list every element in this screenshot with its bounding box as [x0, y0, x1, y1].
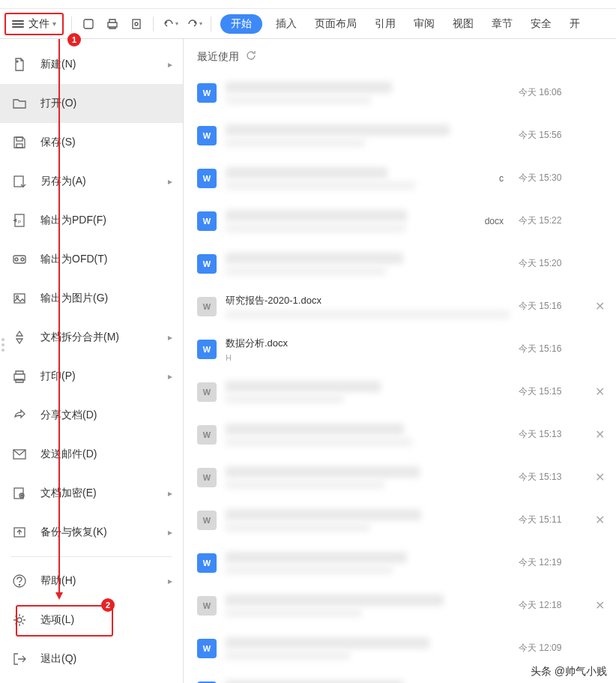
ribbon-tab[interactable]: 审阅 [405, 14, 444, 34]
split-merge-item[interactable]: 文档拆分合并(M)▸ [0, 318, 183, 357]
file-name-label [226, 381, 381, 392]
file-path-label [226, 181, 415, 190]
file-name-label [226, 680, 403, 684]
encrypt-item[interactable]: 文档加密(E)▸ [0, 474, 183, 513]
export-ofd-item[interactable]: 输出为OFD(T) [0, 240, 183, 279]
refresh-icon[interactable] [245, 49, 257, 64]
pdf-icon: P [10, 211, 28, 229]
new-item[interactable]: 新建(N)▸ [0, 45, 183, 84]
ribbon-tab[interactable]: 视图 [444, 14, 483, 34]
ribbon-tab-start[interactable]: 开始 [220, 14, 262, 34]
recent-file-row[interactable]: W研究报告-2020-1.docx今天 15:16✕ [197, 285, 607, 328]
callout-2: 2 [101, 598, 115, 612]
mail-icon [10, 445, 28, 463]
close-icon[interactable]: ✕ [595, 513, 607, 527]
ribbon-tab[interactable]: 开 [561, 14, 589, 34]
recent-file-row[interactable]: W今天 15:20 [197, 242, 607, 285]
menu-item-label: 备份与恢复(K) [40, 526, 107, 539]
doc-icon: W [197, 468, 217, 487]
file-date-label: 今天 15:16 [519, 343, 586, 355]
preview-icon[interactable] [127, 15, 145, 33]
recent-file-row[interactable]: W今天 12:19 [197, 541, 607, 584]
file-date-label: 今天 12:19 [519, 556, 586, 569]
saveas-item[interactable]: 另存为(A)▸ [0, 162, 183, 201]
close-icon[interactable]: ✕ [595, 299, 607, 313]
ribbon-tab[interactable]: 章节 [483, 14, 522, 34]
exit-item[interactable]: 退出(Q) [0, 640, 183, 679]
home-icon[interactable] [79, 15, 97, 33]
word-doc-icon: W [197, 169, 217, 188]
options-item[interactable]: 选项(L) [0, 601, 183, 640]
callout-1: 1 [67, 33, 81, 46]
menu-item-label: 输出为PDF(F) [40, 214, 106, 227]
close-icon[interactable]: ✕ [595, 427, 607, 442]
recent-file-row[interactable]: W今天 12:18✕ [197, 584, 607, 627]
file-menu-panel: 新建(N)▸打开(O)保存(S)另存为(A)▸P输出为PDF(F)输出为OFD(… [0, 39, 184, 683]
export-img-item[interactable]: 输出为图片(G) [0, 279, 183, 318]
save-icon [10, 133, 28, 151]
ribbon-tab[interactable]: 插入 [267, 14, 306, 34]
chevron-right-icon: ▸ [168, 576, 172, 586]
saveas-icon [10, 172, 28, 190]
send-mail-item[interactable]: 发送邮件(D) [0, 435, 183, 474]
doc-icon: W [197, 511, 217, 530]
annotation-arrow-line [58, 39, 60, 594]
recent-file-row[interactable]: W今天 16:06 [197, 71, 607, 114]
menu-item-label: 退出(Q) [40, 652, 76, 666]
recent-file-row[interactable]: W今天 15:13✕ [197, 456, 607, 499]
print-item[interactable]: 打印(P)▸ [0, 357, 183, 396]
print-icon [10, 367, 28, 385]
file-menu-button[interactable]: 文件 ▾ [4, 13, 64, 35]
file-date-label: 今天 15:22 [519, 214, 586, 227]
print-quick-icon[interactable] [103, 15, 121, 33]
recent-file-row[interactable]: W今天 12:09 [197, 627, 607, 670]
img-icon [10, 289, 28, 307]
ofd-icon [10, 250, 28, 268]
ribbon-tab[interactable]: 安全 [522, 14, 561, 34]
recent-file-row[interactable]: Wdocx今天 15:22 [197, 199, 607, 242]
file-date-label: 今天 15:13 [519, 428, 586, 441]
ribbon-tab[interactable]: 引用 [366, 14, 405, 34]
watermark-label: 头条 @帅气小贱 [531, 665, 607, 679]
svg-text:P: P [18, 220, 21, 224]
undo-icon[interactable]: ▾ [161, 15, 179, 33]
lock-icon [10, 484, 28, 502]
backup-item[interactable]: 备份与恢复(K)▸ [0, 513, 183, 552]
recent-file-row[interactable]: W今天 15:15✕ [197, 370, 607, 413]
export-pdf-item[interactable]: P输出为PDF(F) [0, 201, 183, 240]
split-icon [10, 328, 28, 346]
recent-file-row[interactable]: Wc今天 15:30 [197, 157, 607, 199]
svg-rect-0 [84, 19, 93, 28]
menu-item-label: 文档拆分合并(M) [40, 331, 119, 344]
menu-item-label: 输出为图片(G) [40, 292, 108, 305]
folder-icon [10, 94, 28, 112]
svg-point-10 [15, 258, 18, 261]
share-item[interactable]: 分享文档(D) [0, 396, 183, 435]
recent-file-row[interactable]: W数据分析.docxH今天 15:16 [197, 328, 607, 370]
open-item[interactable]: 打开(O) [0, 84, 183, 123]
menu-item-label: 文档加密(E) [40, 487, 97, 500]
close-icon[interactable]: ✕ [595, 385, 607, 399]
chevron-right-icon: ▸ [168, 371, 172, 382]
close-icon[interactable]: ✕ [595, 470, 607, 484]
word-doc-icon: W [197, 254, 217, 274]
file-path-label [226, 395, 344, 403]
redo-icon[interactable]: ▾ [185, 15, 203, 33]
svg-point-13 [16, 296, 19, 298]
side-panel-handle[interactable] [0, 330, 6, 360]
annotation-arrow-head [55, 592, 63, 600]
doc-icon: W [197, 382, 217, 402]
file-path-label [226, 481, 384, 489]
file-plus-icon [10, 55, 28, 73]
chevron-right-icon: ▸ [168, 488, 172, 499]
save-item[interactable]: 保存(S) [0, 123, 183, 162]
file-path-label [226, 566, 393, 574]
ribbon-tab[interactable]: 页面布局 [306, 14, 366, 34]
help-item[interactable]: 帮助(H)▸ [0, 562, 183, 601]
recent-file-row[interactable]: W今天 15:56 [197, 114, 607, 157]
file-button-label: 文件 [28, 17, 49, 31]
recent-file-row[interactable]: W今天 15:11✕ [197, 499, 607, 541]
file-date-label: 今天 16:06 [519, 86, 586, 99]
recent-file-row[interactable]: W今天 15:13✕ [197, 413, 607, 456]
close-icon[interactable]: ✕ [595, 598, 607, 613]
